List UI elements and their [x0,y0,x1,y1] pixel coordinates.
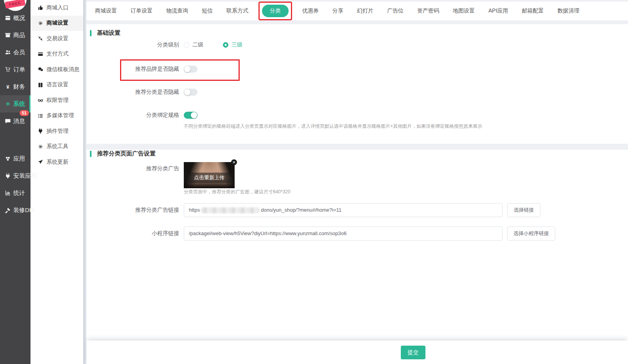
hide-category-toggle[interactable] [184,89,197,96]
remove-image-icon[interactable]: ✕ [231,159,237,165]
goods-icon [5,32,11,38]
tab-data-clean[interactable]: 数据清理 [558,7,580,14]
submenu-item-mall-settings[interactable]: 商城设置 [31,16,83,31]
submenu-item-label: 系统工具 [47,143,68,150]
sidebar-item-label: 会员 [13,49,25,56]
secondary-sidebar: 商城入口商城设置交易设置支付方式微信模板消息语言设置权限管理多媒体管理插件管理系… [31,0,83,364]
submenu-item-label: 多媒体管理 [47,112,74,119]
sidebar-item-install-app[interactable]: 安装应用 [0,167,31,184]
submenu-item-label: 系统更新 [47,159,68,166]
section-accent-bar [90,151,92,157]
sidebar-item-message[interactable]: 消息51 [0,112,31,130]
primary-sidebar-nav: 概况商品会员订单¥财务系统消息51应用安装应用统计装修DIY [0,9,31,219]
submenu-item-label: 商城设置 [47,20,68,27]
tab-coupon[interactable]: 优惠券 [302,7,319,14]
system-tools-icon [38,144,43,150]
submenu-item-label: 商城入口 [47,4,68,11]
row-hide-category: 推荐分类是否隐藏 [86,88,628,96]
submenu-item-label: 交易设置 [47,35,68,42]
tab-category[interactable]: 分类 [262,5,289,17]
ad-image-thumbnail[interactable]: 点击重新上传 ✕ [184,162,235,188]
sidebar-item-label: 统计 [13,189,25,197]
primary-sidebar: FREE 概况商品会员订单¥财务系统消息51应用安装应用统计装修DIY [0,0,31,364]
submenu-item-mall-entry[interactable]: 商城入口 [31,0,83,16]
tab-slideshow[interactable]: 幻灯片 [357,7,373,14]
section-title-basic: 基础设置 [90,29,120,37]
radio-level-2-label[interactable]: 二级 [192,41,203,48]
ad-link-label: 推荐分类广告链接 [86,207,179,214]
install-app-icon [5,173,11,179]
ad-settings-card: 推荐分类页面广告设置 推荐分类广告 点击重新上传 ✕ 分类页面中，推荐分类的广告… [86,150,628,341]
orders-icon [5,66,11,73]
mini-link-input[interactable]: /packagel/web-view/h5View?diyUrl=https:/… [184,227,502,241]
sidebar-item-label: 消息 [13,118,25,125]
sidebar-item-label: 应用 [13,155,25,162]
svg-text:¥: ¥ [6,84,9,90]
tab-logistics[interactable]: 物流查询 [166,7,188,14]
wechat-template-icon [38,66,43,72]
ad-image-label: 推荐分类广告 [86,165,179,172]
bind-spec-toggle[interactable] [184,112,197,119]
tab-share[interactable]: 分享 [332,7,343,14]
admin-app: FREE 概况商品会员订单¥财务系统消息51应用安装应用统计装修DIY 商城入口… [0,0,628,364]
tab-contact[interactable]: 联系方式 [226,7,248,14]
sidebar-item-orders[interactable]: 订单 [0,61,31,78]
language-icon [38,82,43,88]
diy-icon [5,207,11,213]
system-update-icon [38,159,43,165]
radio-level-3[interactable] [223,42,228,48]
sidebar-item-members[interactable]: 会员 [0,44,31,61]
submenu-item-label: 微信模板消息 [47,66,79,73]
sidebar-item-label: 商品 [13,32,25,39]
submit-button[interactable]: 提交 [401,346,425,359]
tab-mall-settings[interactable]: 商城设置 [95,7,117,14]
sidebar-item-diy[interactable]: 装修DIY [0,202,31,219]
submenu-item-payment-method[interactable]: 支付方式 [31,46,83,62]
tab-asset-password[interactable]: 资产密码 [417,7,439,14]
sidebar-item-label: 财务 [13,83,25,91]
reupload-overlay[interactable]: 点击重新上传 [184,173,235,183]
sidebar-item-goods[interactable]: 商品 [0,27,31,44]
ad-link-input[interactable]: httpsdons/yun_shop/?menu#/home?i=11 [184,203,502,217]
mall-settings-icon [38,20,43,26]
radio-level-2[interactable] [184,42,189,48]
radio-level-3-label[interactable]: 三级 [231,41,242,48]
sidebar-item-label: 系统 [13,100,25,108]
submenu-item-system-update[interactable]: 系统更新 [31,154,83,170]
sidebar-item-label: 装修DIY [13,207,35,214]
main-area: 商城设置订单设置物流查询短信联系方式分类优惠券分享幻灯片广告位资产密码地图设置A… [86,0,628,364]
sidebar-item-overview[interactable]: 概况 [0,9,31,27]
payment-icon [38,51,43,57]
submenu-item-wechat-template[interactable]: 微信模板消息 [31,62,83,77]
sidebar-item-finance[interactable]: ¥财务 [0,78,31,95]
tab-api-app[interactable]: API应用 [488,7,508,14]
submenu-item-label: 插件管理 [47,128,68,135]
hide-brand-toggle[interactable] [184,66,197,73]
choose-mini-link-button[interactable]: 选择小程序链接 [507,227,555,241]
tab-mailbox[interactable]: 邮箱配置 [522,7,544,14]
hide-category-label: 推荐分类是否隐藏 [86,89,179,96]
tab-map-settings[interactable]: 地图设置 [453,7,475,14]
sidebar-item-stats[interactable]: 统计 [0,184,31,202]
submenu-item-plugin[interactable]: 插件管理 [31,123,83,139]
sidebar-item-apps[interactable]: 应用 [0,150,31,167]
row-hide-brand: 推荐品牌是否隐藏 [86,65,628,73]
choose-link-button[interactable]: 选择链接 [507,203,540,217]
system-icon [5,101,11,107]
tab-sms[interactable]: 短信 [202,7,213,14]
submenu-item-language[interactable]: 语言设置 [31,77,83,93]
rail-spacer [0,130,31,150]
footer-bar: 提交 [86,341,628,364]
submenu-item-trade-settings[interactable]: 交易设置 [31,31,83,46]
ad-image-hint: 分类页面中，推荐分类的广告图，建议尺寸640*320 [184,189,291,195]
tab-ad-slot[interactable]: 广告位 [387,7,404,14]
submenu-item-media[interactable]: 多媒体管理 [31,108,83,124]
submenu-item-permission[interactable]: 权限管理 [31,93,83,108]
tab-order-settings[interactable]: 订单设置 [131,7,153,14]
redacted-url-segment [201,207,260,213]
free-ribbon-badge: FREE [5,0,25,9]
submenu-item-label: 支付方式 [47,50,68,57]
submenu-item-system-tools[interactable]: 系统工具 [31,139,83,155]
overview-icon [5,15,11,21]
trade-settings-icon [38,36,43,41]
